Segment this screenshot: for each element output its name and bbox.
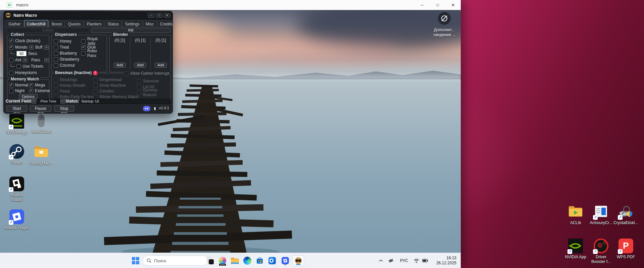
royal-jelly-checkbox[interactable]	[81, 39, 86, 44]
taskbar-copilot-m365[interactable]: M365	[217, 255, 228, 266]
ant-checkbox[interactable]	[9, 58, 13, 62]
tray-eye-hidden[interactable]	[387, 255, 395, 266]
tab-planters[interactable]: Planters	[84, 20, 104, 27]
stockings-checkbox[interactable]	[54, 78, 58, 82]
tray-wifi[interactable]	[412, 255, 421, 266]
icon-label: Roblox Player	[4, 225, 30, 230]
copilot-icon: M365	[218, 257, 227, 265]
natro-maximize-button[interactable]: □	[156, 13, 162, 18]
tab-credits[interactable]: Credits	[157, 20, 173, 27]
mm-mega-checkbox[interactable]	[29, 83, 33, 87]
desktop-icon-natro-folder[interactable]: Natro_Mac...	[28, 145, 54, 165]
taskbar-app-squares[interactable]	[205, 255, 215, 266]
candles-checkbox[interactable]	[93, 89, 98, 93]
mondo-prev-button[interactable]: <	[29, 45, 34, 50]
language-indicator[interactable]: РУС	[400, 258, 408, 263]
tray-battery[interactable]	[421, 255, 430, 266]
ant-prev-button[interactable]: <	[23, 58, 27, 62]
desktop-icon-crystaldiskinfo[interactable]: ↗ CrystalDiskI...	[613, 204, 639, 225]
github-icon[interactable]	[152, 106, 158, 111]
maximize-button[interactable]: □	[430, 0, 445, 10]
gingerbread-checkbox[interactable]	[93, 78, 98, 82]
tab-status[interactable]: Status	[105, 20, 121, 27]
gummy-beacon-checkbox[interactable]	[137, 90, 141, 95]
coconut-checkbox[interactable]	[54, 63, 58, 68]
tray-clock[interactable]: 16:13 26.12.2025	[432, 256, 456, 266]
taskbar-search[interactable]: Поиск	[142, 256, 208, 266]
mondo-next-button[interactable]: >	[44, 45, 49, 50]
desktop-icon-autoclicker[interactable]: AutoClicker	[28, 113, 54, 134]
lid-art-checkbox[interactable]	[137, 85, 141, 89]
desktop-icon-roblox-player[interactable]: ↗ Roblox Player	[4, 209, 30, 230]
field-prev-button[interactable]: <	[32, 99, 36, 104]
start-button[interactable]: Start (F1)	[6, 106, 27, 112]
natro-titlebar[interactable]: Natro Macro – □ ✕	[4, 11, 172, 19]
pause-button[interactable]: Pause (F2)	[30, 106, 51, 112]
strawberry-checkbox[interactable]	[54, 57, 58, 62]
glue-checkbox[interactable]	[81, 45, 86, 50]
desktop-icon-armoury-crate[interactable]: ↗ ArmouryCr...	[588, 204, 614, 225]
desktop-icon-driver-booster[interactable]: ⚙ ↻ ↗ DriverBooster f...	[588, 239, 614, 264]
blender-add-button-3[interactable]: Add	[155, 63, 167, 68]
taskbar-file-explorer[interactable]	[230, 255, 240, 266]
clock-tickets-checkbox[interactable]	[9, 39, 13, 43]
treat-checkbox[interactable]	[54, 45, 58, 50]
tab-settings[interactable]: Settings	[122, 20, 142, 27]
taskbar-microsoft-store[interactable]	[254, 255, 265, 266]
ant-next-button[interactable]: >	[44, 58, 49, 62]
tab-quests[interactable]: Quests	[65, 20, 83, 27]
use-tickets-checkbox[interactable]	[16, 64, 21, 69]
chevron-up-icon	[379, 259, 383, 262]
start-button[interactable]	[130, 255, 141, 266]
tree-connector	[11, 51, 15, 54]
tab-boost[interactable]: Boost	[49, 20, 65, 27]
snow-machine-checkbox[interactable]	[93, 83, 98, 88]
icon-label: ACLib	[562, 220, 589, 225]
minimize-button[interactable]: ─	[414, 0, 430, 10]
tab-misc[interactable]: Misc	[143, 20, 157, 27]
natro-title: Natro Macro	[13, 13, 37, 18]
tab-collect-kill[interactable]: Collect/Kill	[24, 20, 48, 27]
blueberry-checkbox[interactable]	[54, 51, 58, 56]
memory-match-options-button[interactable]: Options	[19, 94, 38, 99]
feast-checkbox[interactable]	[54, 89, 58, 93]
mm-extreme-checkbox[interactable]	[29, 89, 33, 93]
desktop-icon-wps-pdf[interactable]: P ↗ WPS PDF	[613, 239, 639, 259]
taskbar-outlook[interactable]	[267, 255, 278, 266]
stop-button[interactable]: Stop (F3)	[54, 106, 74, 112]
natro-close-button[interactable]: ✕	[164, 13, 170, 18]
dispensers-group: Dispensers Honey Treat Blueberry Strawbe…	[51, 35, 107, 72]
blender-add-button-2[interactable]: Add	[134, 63, 146, 68]
desktop-icon-aclib[interactable]: ACLib	[562, 204, 589, 225]
natro-minimize-button[interactable]: –	[148, 13, 154, 18]
kill-mode-button[interactable]: Kill	[91, 28, 170, 33]
desktop-icon-roblox-studio[interactable]: ↗ RobloxStudio	[4, 177, 30, 202]
use-tickets-label: Use Tickets	[22, 64, 43, 69]
blender-add-button-1[interactable]: Add	[114, 63, 126, 68]
mm-night-checkbox[interactable]	[9, 89, 13, 93]
desktop-icon-steam[interactable]: ↗ Steam	[4, 144, 30, 165]
honeystorm-checkbox[interactable]	[9, 71, 13, 75]
tab-gather[interactable]: Gather	[6, 20, 23, 27]
field-next-button[interactable]: >	[60, 99, 65, 104]
robo-pass-checkbox[interactable]	[81, 51, 86, 56]
mondo-secs-input[interactable]: 60	[16, 51, 27, 56]
mondo-checkbox[interactable]	[9, 45, 13, 50]
close-button[interactable]: ✕	[445, 0, 461, 10]
honey-checkbox[interactable]	[54, 39, 58, 44]
macro-titlebar[interactable]: H macro ─ □ ✕	[0, 0, 461, 10]
allow-gather-interrupt-checkbox[interactable]	[124, 71, 129, 76]
taskbar-edge[interactable]	[242, 255, 253, 266]
spotlight-info-icon-group[interactable]: Дополнит...сведения ...	[430, 12, 458, 38]
robo-party-checkbox[interactable]	[54, 95, 58, 99]
tray-chevron-up[interactable]	[377, 255, 385, 266]
samovar-checkbox[interactable]	[137, 79, 141, 83]
taskbar-natro-macro[interactable]	[293, 255, 304, 266]
taskbar-roblox[interactable]	[280, 255, 291, 266]
winter-memory-match-checkbox[interactable]	[93, 95, 98, 99]
honey-wreath-checkbox[interactable]	[54, 83, 58, 88]
desktop-icon-nvidia-app[interactable]: ↗ NVIDIA App	[4, 114, 30, 135]
desktop-icon-nvidia-app-host[interactable]: ↗ NVIDIA App	[562, 239, 589, 259]
mm-normal-checkbox[interactable]	[9, 83, 13, 87]
discord-icon[interactable]	[143, 106, 150, 111]
